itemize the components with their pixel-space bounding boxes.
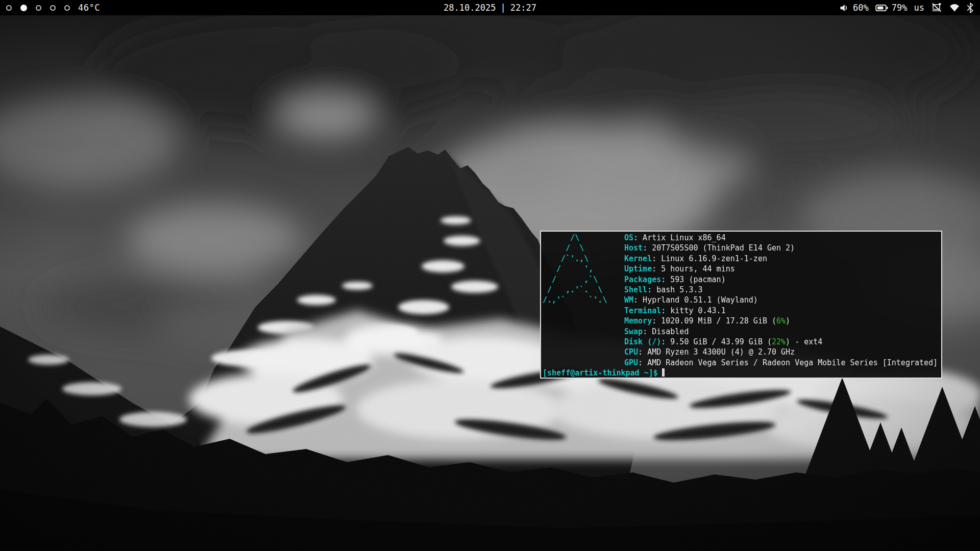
desktop: 46°C 28.10.2025 | 22:27 60% [0, 0, 980, 551]
fastfetch-info: OS: Artix Linux x86_64Host: 20T7S05S00 (… [624, 233, 938, 368]
clock-separator: | [500, 3, 505, 13]
fastfetch-artix-logo: /\ / \ /`'.,\ / ', / ,`\ / ,.'`. \ /.,'`… [543, 233, 607, 306]
volume-level: 60% [853, 3, 869, 13]
info-row: OS: Artix Linux x86_64 [624, 233, 938, 243]
battery-level: 79% [892, 3, 908, 13]
info-row: Swap: Disabled [624, 327, 938, 337]
info-row: Memory: 1020.09 MiB / 17.28 GiB (6%) [624, 316, 938, 326]
info-row: Uptime: 5 hours, 44 mins [624, 264, 938, 274]
shell-prompt-line: [sheff@artix-thinkpad ~]$ [543, 368, 665, 378]
info-row: Kernel: Linux 6.16.9-zen1-1-zen [624, 254, 938, 264]
info-row: Terminal: kitty 0.43.1 [624, 306, 938, 316]
battery-module[interactable]: 79% [875, 3, 908, 13]
battery-icon [875, 4, 888, 12]
shell-prompt: [sheff@artix-thinkpad ~]$ [543, 368, 658, 378]
clock-date: 28.10.2025 [444, 3, 496, 13]
screen-share-off-icon[interactable] [931, 2, 942, 13]
clock-module: 28.10.2025 | 22:27 [0, 0, 980, 15]
wifi-icon[interactable] [949, 2, 960, 13]
bluetooth-icon[interactable] [967, 3, 974, 13]
text-cursor [662, 368, 665, 377]
info-row: Host: 20T7S05S00 (ThinkPad E14 Gen 2) [624, 243, 938, 253]
terminal-content: /\ / \ /`'.,\ / ', / ,`\ / ,.'`. \ /.,'`… [541, 232, 941, 378]
info-row: GPU: AMD Radeon Vega Series / Radeon Veg… [624, 358, 938, 368]
info-row: Shell: bash 5.3.3 [624, 285, 938, 295]
info-row: WM: Hyprland 0.51.1 (Wayland) [624, 295, 938, 305]
info-row: CPU: AMD Ryzen 3 4300U (4) @ 2.70 GHz [624, 347, 938, 357]
clock-time: 22:27 [510, 3, 536, 13]
volume-module[interactable]: 60% [839, 3, 869, 13]
system-tray: 60% 79% us [839, 0, 974, 15]
info-row: Packages: 593 (pacman) [624, 274, 938, 285]
info-row: Disk (/): 9.50 GiB / 43.99 GiB (22%) - e… [624, 337, 938, 347]
keyboard-layout[interactable]: us [914, 3, 924, 13]
kitty-terminal-window[interactable]: /\ / \ /`'.,\ / ', / ,`\ / ,.'`. \ /.,'`… [540, 231, 942, 379]
speaker-icon [839, 3, 849, 13]
status-bar: 46°C 28.10.2025 | 22:27 60% [0, 0, 980, 15]
